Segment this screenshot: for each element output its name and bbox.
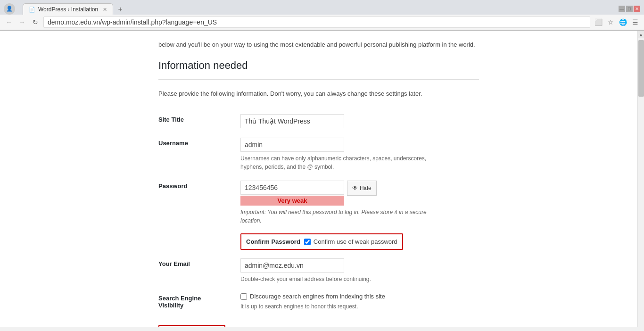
scroll-thumb[interactable] [638, 40, 644, 97]
bookmark-icon[interactable]: ☆ [605, 17, 616, 27]
password-row: Password Very weak 👁 Hide [158, 176, 479, 230]
confirm-weak-password-checkbox[interactable] [304, 239, 311, 245]
password-strength-indicator: Very weak [240, 196, 344, 206]
reload-button[interactable]: ↻ [30, 17, 41, 27]
address-bar: ← → ↻ ⬜ ☆ 🌐 ☰ [0, 15, 644, 30]
active-tab[interactable]: 📄 WordPress › Installation ✕ [23, 3, 113, 15]
tab-label: WordPress › Installation [38, 6, 98, 13]
site-title-label: Site Title [158, 109, 239, 133]
install-button-wrap: Install WordPress [158, 325, 479, 327]
email-field-cell: Double-check your email address before c… [239, 254, 479, 288]
search-engine-checkbox-row: Discourage search engines from indexing … [240, 293, 479, 300]
password-input[interactable] [240, 181, 344, 195]
password-field-cell: Very weak 👁 Hide Important: You will nee… [239, 176, 479, 230]
site-title-input[interactable] [240, 114, 344, 128]
intro-text: below and you'll be on your way to using… [158, 40, 479, 50]
email-hint: Double-check your email address before c… [240, 275, 429, 283]
description-text: Please provide the following information… [158, 89, 479, 99]
divider [158, 79, 479, 80]
confirm-password-label-cell [158, 230, 239, 254]
scrollbar-track: ▲ [637, 31, 644, 327]
new-tab-button[interactable]: + [115, 4, 125, 15]
reload-icon: ↻ [33, 18, 38, 26]
confirm-password-label: Confirm Password [246, 238, 300, 245]
username-input[interactable] [240, 138, 344, 152]
screenshot-icon[interactable]: ⬜ [593, 17, 603, 27]
minimize-button[interactable]: — [619, 6, 625, 12]
confirm-password-field-cell: Confirm Password Confirm use of weak pas… [239, 230, 479, 254]
confirm-weak-password-label: Confirm use of weak password [314, 238, 397, 245]
password-hint: Important: You will need this password t… [240, 208, 429, 225]
globe-icon[interactable]: 🌐 [618, 17, 628, 27]
scroll-up-arrow[interactable]: ▲ [638, 31, 644, 38]
search-engine-field-cell: Discourage search engines from indexing … [239, 288, 479, 315]
tab-close-button[interactable]: ✕ [103, 7, 107, 13]
email-input[interactable] [240, 258, 344, 273]
search-engine-label: Search EngineVisibility [158, 288, 239, 315]
forward-icon: → [19, 18, 25, 26]
install-wordpress-button[interactable]: Install WordPress [158, 325, 225, 327]
title-bar: 👤 📄 WordPress › Installation ✕ + — □ ✕ [0, 0, 644, 15]
password-label: Password [158, 176, 239, 230]
content-inner: below and you'll be on your way to using… [140, 31, 498, 327]
site-title-field-cell [239, 109, 479, 133]
search-engine-checkbox[interactable] [240, 293, 247, 300]
confirm-password-highlighted-box: Confirm Password Confirm use of weak pas… [240, 233, 403, 250]
confirm-password-row: Confirm Password Confirm use of weak pas… [158, 230, 479, 254]
username-label: Username [158, 133, 239, 176]
search-engine-label-text: Search EngineVisibility [158, 295, 201, 309]
toolbar-icons: ⬜ ☆ 🌐 ☰ [593, 17, 640, 27]
hide-label: Hide [360, 185, 372, 191]
search-engine-hint: It is up to search engines to honor this… [240, 302, 429, 311]
section-title: Information needed [158, 59, 479, 72]
eye-icon: 👁 [352, 185, 358, 191]
back-button[interactable]: ← [4, 17, 14, 27]
search-engine-row: Search EngineVisibility Discourage searc… [158, 288, 479, 315]
password-input-wrap: Very weak [240, 181, 344, 206]
username-row: Username Usernames can have only alphanu… [158, 133, 479, 176]
address-input[interactable] [43, 17, 590, 28]
tab-page-icon: 📄 [29, 7, 35, 13]
username-hint: Usernames can have only alphanumeric cha… [240, 154, 429, 171]
page-content: below and you'll be on your way to using… [0, 31, 637, 327]
avatar-icon: 👤 [4, 3, 15, 15]
menu-icon[interactable]: ☰ [630, 17, 640, 27]
tab-bar: 📄 WordPress › Installation ✕ + [19, 3, 129, 15]
close-button[interactable]: ✕ [634, 6, 640, 12]
back-icon: ← [6, 18, 12, 26]
install-form: Site Title Username Usernames can have o… [158, 109, 479, 315]
forward-button[interactable]: → [17, 17, 27, 27]
confirm-checkbox-wrap: Confirm use of weak password [304, 238, 397, 245]
email-row: Your Email Double-check your email addre… [158, 254, 479, 288]
hide-password-button[interactable]: 👁 Hide [347, 181, 377, 196]
page-wrapper: below and you'll be on your way to using… [0, 31, 644, 327]
maximize-button[interactable]: □ [626, 6, 633, 12]
username-field-cell: Usernames can have only alphanumeric cha… [239, 133, 479, 176]
email-label: Your Email [158, 254, 239, 288]
site-title-row: Site Title [158, 109, 479, 133]
password-input-row: Very weak 👁 Hide [240, 181, 479, 206]
browser-chrome: 👤 📄 WordPress › Installation ✕ + — □ ✕ ←… [0, 0, 644, 31]
search-engine-checkbox-label: Discourage search engines from indexing … [250, 293, 385, 300]
